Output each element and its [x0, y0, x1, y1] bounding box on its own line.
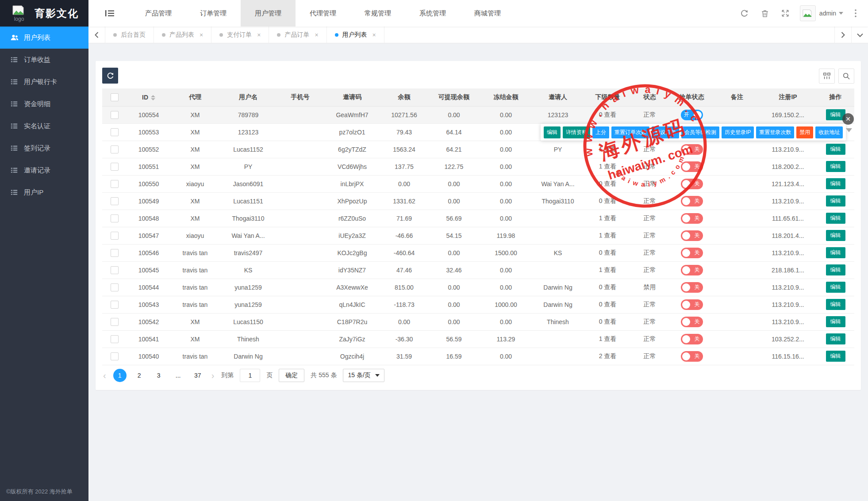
tab-close-icon[interactable]: × [257, 32, 261, 38]
row-checkbox[interactable] [111, 283, 119, 291]
view-subordinates-link[interactable]: 查看 [604, 163, 616, 170]
edit-button[interactable]: 编辑 [826, 144, 845, 155]
view-subordinates-link[interactable]: 查看 [604, 335, 616, 342]
tab-1[interactable]: 产品列表× [154, 27, 211, 43]
order-status-toggle[interactable]: 关 [681, 317, 703, 327]
row-checkbox[interactable] [111, 197, 119, 205]
order-status-toggle[interactable]: 关 [681, 282, 703, 293]
tab-close-icon[interactable]: × [373, 32, 376, 38]
popup-action-9[interactable]: 收款地址 [815, 126, 843, 138]
more-menu-button[interactable] [849, 0, 862, 27]
clear-cache-button[interactable] [755, 0, 775, 27]
tabs-scroll-left-button[interactable] [88, 27, 105, 43]
row-checkbox[interactable] [111, 163, 119, 171]
row-checkbox[interactable] [111, 180, 119, 188]
view-subordinates-link[interactable]: 查看 [604, 283, 616, 291]
sidebar-toggle-button[interactable] [88, 0, 131, 27]
prev-page-button[interactable]: ‹ [102, 371, 107, 381]
order-status-toggle[interactable]: 关 [681, 334, 703, 344]
edit-button[interactable]: 编辑 [826, 264, 845, 275]
view-subordinates-link[interactable]: 查看 [604, 214, 616, 222]
nav-item-2[interactable]: 用户管理 [241, 0, 296, 27]
view-subordinates-link[interactable]: 查看 [604, 266, 616, 273]
row-checkbox[interactable] [111, 128, 119, 136]
tabs-scroll-right-button[interactable] [834, 27, 851, 43]
order-status-toggle[interactable]: 关 [681, 161, 703, 172]
nav-item-6[interactable]: 商城管理 [460, 0, 515, 27]
search-button[interactable] [838, 69, 854, 84]
page-button[interactable]: 37 [191, 369, 204, 382]
tab-close-icon[interactable]: × [315, 32, 318, 38]
popup-action-1[interactable]: 详情资料 [563, 126, 590, 138]
scroll-down-icon[interactable] [846, 128, 852, 132]
row-checkbox[interactable] [111, 214, 119, 222]
order-status-toggle[interactable]: 关 [681, 196, 703, 207]
refresh-button[interactable] [734, 0, 755, 27]
page-button[interactable]: 1 [113, 369, 127, 382]
edit-button[interactable]: 编辑 [826, 351, 845, 362]
popup-action-4[interactable]: 预设订单 [652, 126, 679, 138]
tab-4[interactable]: 用户列表× [327, 27, 384, 43]
order-status-toggle[interactable]: 关 [681, 179, 703, 189]
tabs-menu-button[interactable] [851, 27, 868, 43]
view-subordinates-link[interactable]: 查看 [604, 249, 616, 256]
sidebar-item-1[interactable]: 订单收益 [0, 49, 88, 71]
sort-icon[interactable] [151, 95, 155, 100]
table-refresh-button[interactable] [102, 68, 118, 84]
order-status-toggle[interactable]: 关 [681, 213, 703, 224]
popup-action-8[interactable]: 禁用 [796, 126, 813, 138]
edit-button[interactable]: 编辑 [826, 316, 845, 327]
order-status-toggle[interactable]: 关 [681, 230, 703, 241]
filter-columns-button[interactable] [819, 69, 835, 84]
edit-button[interactable]: 编辑 [826, 333, 845, 344]
nav-item-4[interactable]: 常规管理 [350, 0, 405, 27]
sidebar-item-5[interactable]: 签到记录 [0, 137, 88, 159]
sidebar-item-7[interactable]: 用户IP [0, 181, 88, 203]
popup-action-6[interactable]: 历史登录IP [722, 126, 754, 138]
order-status-toggle[interactable]: 开 [681, 110, 703, 120]
order-status-toggle[interactable]: 关 [681, 265, 703, 275]
nav-item-0[interactable]: 产品管理 [131, 0, 186, 27]
edit-button[interactable]: 编辑 [826, 299, 845, 310]
edit-button[interactable]: 编辑 [826, 213, 845, 224]
edit-button[interactable]: 编辑 [826, 282, 845, 293]
edit-button[interactable]: 编辑 [826, 178, 845, 189]
tab-3[interactable]: 产品订单× [269, 27, 326, 43]
edit-button[interactable]: 编辑 [826, 247, 845, 258]
fullscreen-button[interactable] [775, 0, 795, 27]
order-status-toggle[interactable]: 关 [681, 299, 703, 310]
popup-action-5[interactable]: 会员等级检测 [681, 126, 719, 138]
popup-action-3[interactable]: 重置订单次数 [611, 126, 649, 138]
view-subordinates-link[interactable]: 查看 [604, 318, 616, 325]
order-status-toggle[interactable]: 关 [681, 144, 703, 155]
order-status-toggle[interactable]: 关 [681, 248, 703, 258]
row-checkbox[interactable] [111, 249, 119, 257]
view-subordinates-link[interactable]: 查看 [604, 111, 616, 118]
per-page-select[interactable]: 15 条/页 [343, 369, 384, 382]
goto-confirm-button[interactable]: 确定 [279, 369, 304, 382]
view-subordinates-link[interactable]: 查看 [604, 145, 616, 153]
nav-item-1[interactable]: 订单管理 [186, 0, 241, 27]
page-button[interactable]: 3 [152, 369, 165, 382]
goto-page-input[interactable] [240, 369, 260, 382]
sidebar-item-2[interactable]: 用户银行卡 [0, 71, 88, 93]
order-status-toggle[interactable]: 关 [681, 351, 703, 362]
row-checkbox[interactable] [111, 111, 119, 119]
view-subordinates-link[interactable]: 查看 [604, 232, 616, 239]
view-subordinates-link[interactable]: 查看 [604, 352, 616, 359]
nav-item-5[interactable]: 系统管理 [405, 0, 460, 27]
view-subordinates-link[interactable]: 查看 [604, 180, 616, 187]
tab-2[interactable]: 支付订单× [211, 27, 269, 43]
tab-close-icon[interactable]: × [200, 32, 203, 38]
row-checkbox[interactable] [111, 232, 119, 240]
user-menu[interactable]: admin [819, 10, 836, 17]
next-page-button[interactable]: › [211, 371, 215, 381]
row-checkbox[interactable] [111, 352, 119, 360]
row-checkbox[interactable] [111, 266, 119, 274]
row-checkbox[interactable] [111, 335, 119, 343]
edit-button[interactable]: 编辑 [826, 161, 845, 172]
sidebar-item-0[interactable]: 用户列表 [0, 27, 88, 49]
row-checkbox[interactable] [111, 145, 119, 153]
view-subordinates-link[interactable]: 查看 [604, 301, 616, 308]
nav-item-3[interactable]: 代理管理 [296, 0, 350, 27]
